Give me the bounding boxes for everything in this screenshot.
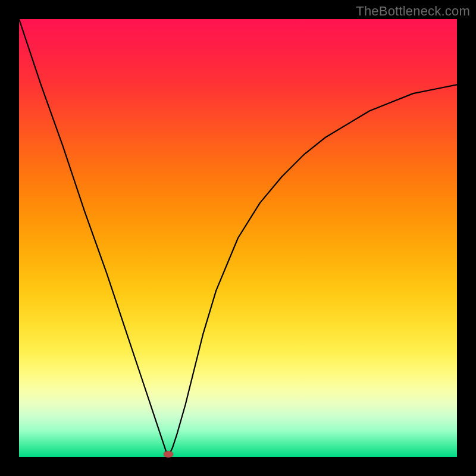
bottleneck-curve [19, 19, 457, 457]
chart-frame: TheBottleneck.com [0, 0, 476, 476]
minimum-marker [164, 451, 173, 458]
watermark-text: TheBottleneck.com [356, 4, 470, 19]
